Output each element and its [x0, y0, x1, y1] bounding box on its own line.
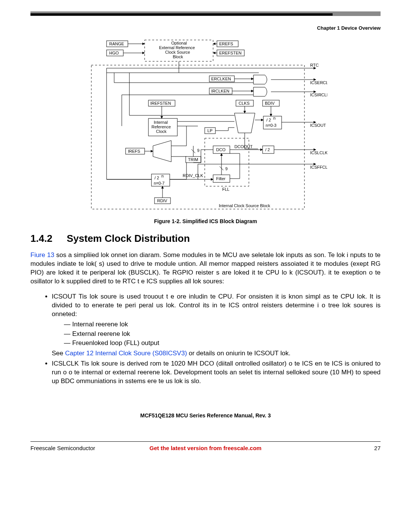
label-int3: Clock [156, 129, 167, 134]
label-trim: TRIM [188, 157, 198, 162]
label-opt3: Clock Source [165, 50, 190, 54]
footer-manual: MCF51QE128 MCU Series Reference Manual, … [30, 412, 381, 419]
label-rdivclk: RDIV_CLK [183, 173, 203, 178]
label-9b: 9 [225, 166, 228, 171]
label-hgo: HGO [109, 51, 119, 55]
label-irefs: IREFS [128, 149, 140, 153]
svg-text:n: n [273, 116, 276, 120]
section-number: 1.4.2 [30, 233, 64, 244]
dash-internal-ref: Internal reerene lok [64, 320, 381, 329]
label-div2na: / 2 [266, 118, 271, 122]
label-erefsten: EREFSTEN [219, 51, 242, 55]
chapter-xref[interactable]: Capter 12 Internal Clok Soure (S08ICSV3) [65, 350, 187, 357]
label-irclken: IRCLKEN [211, 89, 229, 93]
header-rule [30, 11, 381, 18]
label-opt2: External Reference [159, 45, 195, 50]
label-n07: n=0-7 [154, 181, 164, 185]
ics-block-diagram: Internal Clock Source Block Optional Ext… [84, 38, 327, 214]
dash-external-ref: External reerene lok [64, 330, 381, 339]
label-icsffclk: ICSFFCLK [310, 165, 327, 169]
figure-caption: Figure 1-2. Simplified ICS Block Diagram [30, 218, 381, 224]
label-clks: CLKS [239, 101, 250, 105]
label-opt4: Block [173, 54, 183, 59]
label-icslclk: ICSLCLK [310, 150, 327, 155]
section-heading: 1.4.2 System Clock Distribution [30, 233, 381, 244]
svg-rect-0 [91, 65, 304, 209]
footer-rule: Freescale Semiconductor Get the latest v… [30, 441, 381, 451]
label-rdiv: RDIV [157, 198, 167, 203]
label-int1: Internal [154, 120, 168, 125]
label-irefsten: IREFSTEN [150, 101, 171, 105]
label-icsb: Internal Clock Source Block [219, 203, 271, 208]
label-9a: 9 [197, 148, 199, 153]
label-range: RANGE [109, 42, 124, 46]
para-1: Fiure 13 sos a simpliied lok onnet ion d… [30, 251, 381, 286]
label-lp: LP [207, 128, 212, 133]
label-bdiv: BDIV [265, 101, 275, 105]
label-icserclk: ICSERCLK [310, 80, 327, 85]
label-opt1: Optional [171, 41, 187, 45]
footer-vendor: Freescale Semiconductor [30, 445, 114, 451]
bullet-icslclk: ICSLCLK Tis lok soure is derived rom te … [52, 359, 381, 386]
label-erefs: EREFS [219, 42, 233, 46]
label-dcoout: DCOOUT [234, 144, 253, 149]
page-number: 27 [297, 445, 381, 451]
clock-list: ICSOUT Tis lok soure is used trouout t e… [30, 292, 381, 386]
chapter-label: Chapter 1 Device Overview [30, 25, 381, 31]
label-dco: DCO [216, 147, 226, 152]
label-rtc: RTC [310, 63, 319, 67]
dash-fll-output: Freuenloked loop (FLL) output [64, 339, 381, 348]
label-filter: Filter [216, 176, 226, 181]
label-div2: / 2 [265, 147, 270, 152]
bullet-icsout: ICSOUT Tis lok soure is used trouout t e… [52, 292, 381, 358]
label-icsirclk: ICSIRCLK [310, 93, 327, 97]
svg-text:n: n [161, 174, 164, 178]
footer-link[interactable]: Get the latest version from freescale.co… [114, 445, 297, 451]
section-title: System Clock Distribution [67, 233, 190, 244]
label-fll: FLL [222, 187, 229, 192]
label-n03: n=0-3 [266, 123, 276, 128]
label-icsout: ICSOUT [310, 123, 326, 128]
label-div2nb: / 2 [155, 176, 159, 180]
figure-xref[interactable]: Fiure 13 [30, 251, 54, 259]
label-erclken: ERCLKEN [211, 77, 231, 81]
label-int2: Reference [151, 125, 171, 129]
